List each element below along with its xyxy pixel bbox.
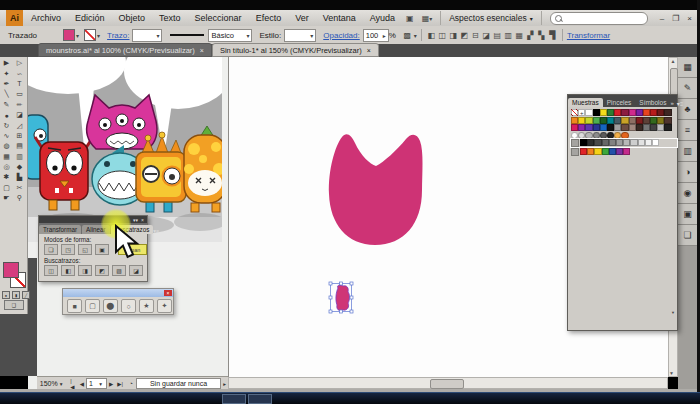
lasso-tool[interactable]: ∽ [13,68,26,78]
swatch[interactable] [629,109,636,116]
stroke-color-swatch[interactable] [84,29,96,41]
column-graph-tool[interactable]: ▙ [13,172,26,182]
panel-menu-icon[interactable]: ▾≡ [153,228,162,234]
document-setup-icon[interactable]: ▩ [402,31,413,40]
swatch[interactable] [600,109,607,116]
tab-simbolos[interactable]: Símbolos [635,98,670,107]
color-panel-icon[interactable]: ▦ [678,57,697,78]
last-page-button[interactable]: ▶| [115,381,125,387]
swatch[interactable] [609,139,616,146]
menu-item[interactable]: Texto [152,13,188,23]
swatch[interactable] [630,139,637,146]
swatch[interactable] [616,148,623,155]
swatch[interactable] [657,124,664,131]
slice-tool[interactable]: ✂ [13,183,26,193]
swatch[interactable] [600,117,607,124]
stroke-weight-select[interactable]: ▾ [132,29,162,42]
swatch[interactable] [607,109,614,116]
eyedropper-tool[interactable]: ◎ [0,162,13,172]
swatch[interactable] [614,109,621,116]
blend-tool[interactable]: ◆ [13,162,26,172]
distribute-h-center-icon[interactable]: ▚ [536,31,547,40]
brush-select[interactable]: Básico▾ [208,29,252,42]
magic-wand-tool[interactable]: ✦ [0,68,13,78]
gradient-swatch[interactable] [593,132,600,139]
pencil-tool[interactable]: ✏ [13,100,26,110]
swatch[interactable] [614,117,621,124]
swatch[interactable] [593,117,600,124]
opacity-link[interactable]: Opacidad: [323,31,359,40]
divide-icon[interactable]: ◫ [44,265,58,276]
swatch[interactable] [600,124,607,131]
type-tool[interactable]: T [13,79,26,89]
swatch[interactable] [571,124,578,131]
swatch[interactable] [664,124,671,131]
menu-item[interactable]: Archivo [24,13,68,23]
swatches-scroll-down-icon[interactable]: ▼ [671,310,675,315]
stroke-link[interactable]: Trazo: [107,31,129,40]
menu-item[interactable]: Ayuda [363,13,402,23]
swatch[interactable] [621,117,628,124]
swatch[interactable] [587,139,594,146]
swatch[interactable] [602,148,609,155]
align-v-middle-icon[interactable]: ⊟ [470,31,481,40]
tab-transformar[interactable]: Transformar [39,225,81,234]
next-page-button[interactable]: ▶ [107,381,115,387]
swatch[interactable] [664,117,671,124]
graphic-styles-panel-icon[interactable]: ▣ [678,204,697,225]
swatch[interactable] [643,117,650,124]
arrange-documents-icon[interactable]: ▦▾ [418,14,437,23]
page-number-input[interactable]: 1▾ [86,378,107,389]
swatch[interactable] [621,124,628,131]
prev-page-button[interactable]: ◀ [78,381,86,387]
swatch[interactable] [636,117,643,124]
align-top-icon[interactable]: ◩ [459,31,470,40]
gradient-swatch[interactable] [621,132,628,139]
swatch[interactable] [629,124,636,131]
panel-menu-icon[interactable]: ▾≡ [677,100,684,107]
selection-tool[interactable]: ▶ [0,58,13,68]
transform-link[interactable]: Transformar [567,31,610,40]
gradient-button[interactable]: ▮ [12,291,20,299]
status-display[interactable]: Sin guardar nunca [136,378,221,389]
horizontal-scrollbar-thumb[interactable] [430,379,464,389]
swatch[interactable] [578,117,585,124]
rotate-tool[interactable]: ↻ [0,120,13,130]
menu-item[interactable]: Efecto [249,13,289,23]
swatch[interactable] [657,117,664,124]
gradient-panel-icon[interactable]: ▥ [678,141,697,162]
outline-icon[interactable]: ▨ [112,265,126,276]
fill-color-swatch[interactable] [63,29,75,41]
crop-icon[interactable]: ◩ [95,265,109,276]
rounded-rectangle-icon[interactable]: ▢ [85,299,100,313]
swatch[interactable] [585,109,592,116]
rectangle-icon[interactable]: ■ [67,299,82,313]
tab-pinceles[interactable]: Pinceles [603,98,636,107]
swatch[interactable] [614,124,621,131]
scale-tool[interactable]: ◿ [13,120,26,130]
swatch[interactable] [578,124,585,131]
star-icon[interactable]: ★ [139,299,154,313]
gradient-swatch[interactable] [578,132,585,139]
intersect-icon[interactable]: ◱ [78,244,92,255]
transparency-panel-icon[interactable]: ◑ [678,162,697,183]
align-right-icon[interactable]: ◨ [448,31,459,40]
swatch[interactable] [629,117,636,124]
menu-item[interactable]: Objeto [112,13,153,23]
swatch-none[interactable] [571,109,578,116]
tulip-shape[interactable] [318,126,432,246]
trim-icon[interactable]: ◧ [61,265,75,276]
swatch[interactable] [587,148,594,155]
brushes-panel-icon[interactable]: ✎ [678,78,697,99]
zoom-dropdown-icon[interactable]: ▾ [58,381,65,387]
gradient-tool[interactable]: ▥ [13,152,26,162]
align-h-center-icon[interactable]: ◫ [437,31,448,40]
style-select[interactable]: ▾ [284,29,316,42]
swatch-registration[interactable]: + [578,109,585,116]
paintbrush-tool[interactable]: ✎ [0,100,13,110]
tab-muestras[interactable]: Muestras [568,98,603,107]
distribute-left-icon[interactable]: ▞ [525,31,536,40]
swatch[interactable] [650,117,657,124]
swatch[interactable] [607,124,614,131]
color-button[interactable]: ● [2,291,10,299]
